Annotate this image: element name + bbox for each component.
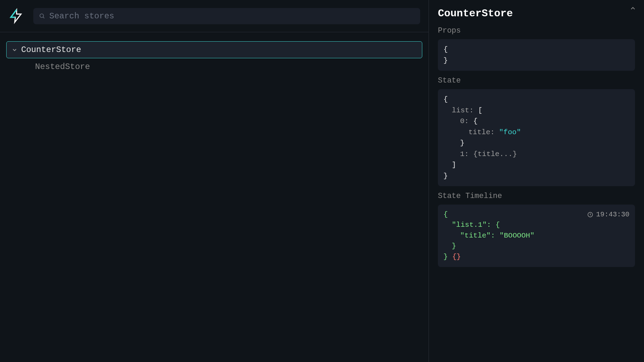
props-code-block: { }: [438, 39, 635, 71]
detail-title: CounterStore: [438, 8, 635, 19]
clock-icon: [587, 212, 593, 218]
detail-panel: CounterStore Props { } State { list: [0:…: [429, 0, 644, 362]
props-close-brace: }: [443, 57, 448, 64]
store-tree: CounterStore NestedStore: [0, 32, 429, 84]
tree-item-label: NestedStore: [35, 62, 90, 71]
search-field[interactable]: [33, 8, 420, 24]
svg-point-0: [40, 14, 44, 18]
collapse-panel-button[interactable]: [628, 5, 638, 12]
timeline-timestamp: 19:43:30: [587, 209, 629, 219]
timeline-section-label: State Timeline: [438, 192, 635, 200]
search-icon: [39, 13, 45, 19]
header-bar: [0, 0, 429, 32]
props-section-label: Props: [438, 26, 635, 35]
tree-item-counterstore[interactable]: CounterStore: [6, 41, 422, 58]
props-open-brace: {: [443, 45, 448, 53]
timestamp-text: 19:43:30: [596, 209, 629, 219]
left-panel: CounterStore NestedStore: [0, 0, 429, 362]
tree-item-label: CounterStore: [21, 45, 81, 54]
search-input[interactable]: [49, 11, 415, 21]
logo-lightning-icon: [8, 7, 24, 25]
timeline-entry: 19:43:30 { "list.1": {"title": "BOOOOH"}…: [438, 205, 635, 267]
tree-item-nestedstore[interactable]: NestedStore: [6, 58, 422, 75]
svg-line-1: [43, 17, 44, 18]
state-section-label: State: [438, 76, 635, 85]
chevron-down-icon: [11, 47, 18, 53]
state-code-block: { list: [0: {title: "foo"}1: {title...}]…: [438, 89, 635, 186]
